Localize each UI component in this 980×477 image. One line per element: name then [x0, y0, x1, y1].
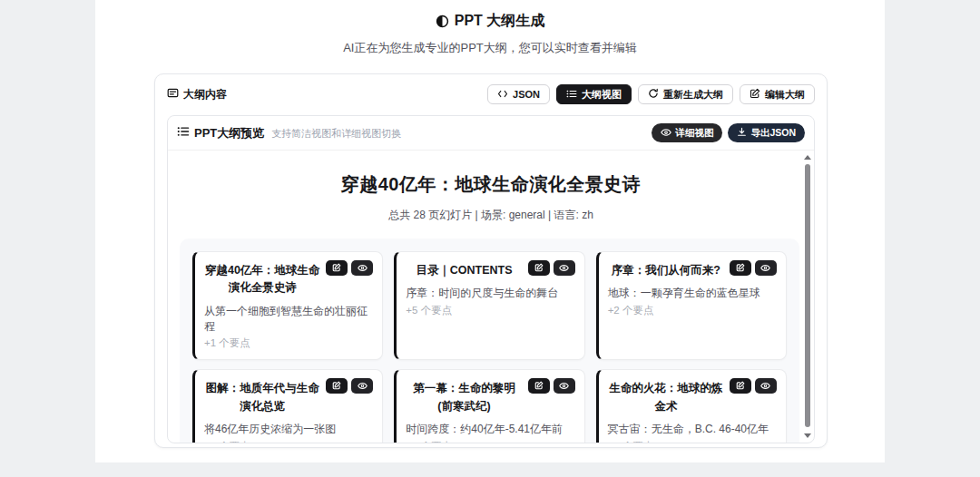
slide-card[interactable]: 生命的火花：地球的炼金术 — [596, 369, 787, 443]
outline-panel-title: 大纲内容 — [167, 87, 227, 102]
edit-outline-button[interactable]: 编辑大纲 — [740, 84, 815, 104]
slide-preview-button[interactable] — [755, 260, 777, 276]
preview-title-wrap: PPT大纲预览 支持简洁视图和详细视图切换 — [177, 125, 401, 141]
edit-icon — [534, 379, 544, 393]
slide-more-points: +2 个要点 — [608, 304, 777, 317]
slide-card[interactable]: 第一幕：生命的黎明 (前寒武纪) — [394, 369, 584, 443]
slide-card-header: 目录｜CONTENTS — [406, 260, 574, 279]
page-title-text: PPT 大纲生成 — [455, 12, 545, 31]
scrollbar — [803, 152, 812, 441]
slide-card-header: 第一幕：生命的黎明 (前寒武纪) — [406, 378, 574, 415]
slide-card[interactable]: 图解：地质年代与生命演化总览 — [192, 369, 383, 443]
preview-title: PPT大纲预览 — [177, 125, 264, 141]
slide-card-buttons — [528, 260, 575, 276]
slide-description: 冥古宙：无生命，B.C. 46-40亿年 — [608, 422, 777, 437]
json-view-button[interactable]: JSON — [487, 84, 550, 104]
slide-card[interactable]: 目录｜CONTENTS — [394, 251, 584, 360]
slide-description: 序章：时间的尺度与生命的舞台 — [406, 286, 574, 301]
edit-icon — [750, 88, 760, 101]
eye-icon — [358, 261, 368, 275]
deck-title: 穿越40亿年：地球生命演化全景史诗 — [168, 172, 814, 197]
list-view-icon — [566, 89, 577, 101]
slide-title: 序章：我们从何而来? — [608, 260, 724, 279]
slide-edit-button[interactable] — [326, 378, 348, 394]
outline-content-icon — [167, 87, 179, 102]
slide-preview-button[interactable] — [351, 378, 373, 394]
slide-description: 从第一个细胞到智慧生命的壮丽征程 — [204, 304, 373, 335]
slide-more-points: +3 个要点 — [204, 440, 373, 443]
slide-edit-button[interactable] — [528, 378, 550, 394]
outline-panel: 大纲内容 JSON — [154, 73, 828, 448]
slide-card-header: 序章：我们从何而来? — [608, 260, 777, 279]
slide-title: 生命的火花：地球的炼金术 — [608, 378, 724, 415]
slide-edit-button[interactable] — [730, 378, 751, 394]
outline-view-button[interactable]: 大纲视图 — [556, 84, 632, 104]
slide-more-points: +2 个要点 — [406, 440, 574, 443]
slide-description: 地球：一颗孕育生命的蓝色星球 — [608, 286, 777, 301]
slide-more-points: +1 个要点 — [204, 336, 373, 350]
slide-card-header: 图解：地质年代与生命演化总览 — [204, 378, 373, 415]
page-header: PPT 大纲生成 AI正在为您生成专业的PPT大纲，您可以实时查看并编辑 — [95, 12, 885, 56]
edit-icon — [332, 379, 341, 393]
scrollbar-thumb[interactable] — [805, 164, 810, 427]
eye-icon — [559, 261, 569, 275]
slide-description: 将46亿年历史浓缩为一张图 — [204, 422, 373, 437]
code-icon — [497, 89, 508, 101]
eye-icon — [760, 379, 770, 393]
preview-scroll-area: 穿越40亿年：地球生命演化全景史诗 总共 28 页幻灯片 | 场景: gener… — [168, 151, 814, 443]
outline-panel-header: 大纲内容 JSON — [155, 74, 827, 113]
slide-card-buttons — [528, 378, 575, 394]
preview-header: PPT大纲预览 支持简洁视图和详细视图切换 详细视图 — [168, 116, 814, 151]
slide-description: 时间跨度：约40亿年-5.41亿年前 — [406, 422, 574, 437]
slide-preview-button[interactable] — [554, 378, 575, 394]
outline-panel-actions: JSON 大纲视图 — [487, 84, 815, 104]
ppt-preview-card: PPT大纲预览 支持简洁视图和详细视图切换 详细视图 — [167, 115, 815, 443]
slide-card-buttons — [326, 260, 373, 276]
eye-icon — [760, 261, 770, 275]
scroll-down-arrow[interactable] — [804, 433, 811, 438]
scroll-up-arrow[interactable] — [804, 155, 811, 160]
eye-icon — [358, 379, 368, 393]
slide-edit-button[interactable] — [528, 260, 550, 276]
outline-panel-title-text: 大纲内容 — [183, 87, 227, 102]
download-icon — [737, 127, 747, 139]
edit-icon — [332, 261, 341, 275]
slide-title: 目录｜CONTENTS — [406, 260, 522, 279]
page-title: PPT 大纲生成 — [436, 12, 545, 31]
regenerate-outline-button[interactable]: 重新生成大纲 — [638, 84, 733, 104]
slide-card[interactable]: 穿越40亿年：地球生命演化全景史诗 — [192, 251, 383, 360]
slide-more-points: +5 个要点 — [406, 304, 574, 317]
slide-title: 图解：地质年代与生命演化总览 — [204, 378, 320, 415]
eye-icon — [559, 379, 569, 393]
slides-grid: 穿越40亿年：地球生命演化全景史诗 — [180, 238, 799, 443]
app-page: PPT 大纲生成 AI正在为您生成专业的PPT大纲，您可以实时查看并编辑 大纲内… — [95, 0, 885, 462]
slide-card-header: 穿越40亿年：地球生命演化全景史诗 — [204, 260, 373, 297]
preview-actions: 详细视图 导出JSON — [652, 123, 805, 142]
slide-edit-button[interactable] — [730, 260, 751, 276]
slide-preview-button[interactable] — [755, 378, 777, 394]
refresh-icon — [648, 88, 659, 101]
slide-preview-button[interactable] — [351, 260, 373, 276]
slide-more-points: +3 个要点 — [608, 440, 777, 443]
edit-icon — [736, 379, 745, 393]
slide-preview-button[interactable] — [554, 260, 575, 276]
outline-list-icon — [177, 126, 190, 140]
slide-card-buttons — [730, 378, 777, 394]
edit-icon — [736, 261, 745, 275]
edit-icon — [534, 261, 544, 275]
slide-title: 穿越40亿年：地球生命演化全景史诗 — [204, 260, 320, 297]
slide-card-buttons — [730, 260, 777, 276]
slide-edit-button[interactable] — [326, 260, 348, 276]
slide-card[interactable]: 序章：我们从何而来? — [596, 251, 787, 360]
slide-title: 第一幕：生命的黎明 (前寒武纪) — [406, 378, 522, 415]
preview-hint: 支持简洁视图和详细视图切换 — [271, 127, 401, 141]
deck-meta: 总共 28 页幻灯片 | 场景: general | 语言: zh — [168, 208, 814, 223]
detail-view-button[interactable]: 详细视图 — [652, 123, 722, 142]
slide-card-buttons — [326, 378, 373, 394]
page-subtitle: AI正在为您生成专业的PPT大纲，您可以实时查看并编辑 — [95, 40, 885, 56]
contrast-circle-icon — [436, 15, 449, 28]
slide-card-header: 生命的火花：地球的炼金术 — [608, 378, 777, 415]
eye-icon — [661, 128, 671, 139]
export-json-button[interactable]: 导出JSON — [728, 123, 805, 142]
